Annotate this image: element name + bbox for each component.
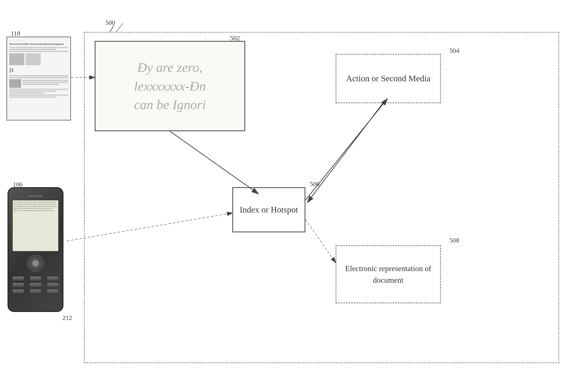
ref-500: 500: [105, 19, 115, 26]
ref-508: 508: [450, 237, 459, 244]
content-box-502: Ðy are zero,lexxxxxxx-Ðncan be Ignori: [95, 41, 245, 131]
action-text: Action or Second Media: [346, 72, 430, 85]
phone-btn-3: [47, 276, 59, 281]
ref-502: 502: [230, 34, 240, 42]
phone-btn-5: [30, 283, 41, 287]
phone-btn-2: [30, 276, 41, 281]
doc-title: Toward Zero-Effort Personal Document Man…: [9, 42, 68, 45]
ref-212: 212: [62, 314, 72, 321]
action-box-504: Action or Second Media: [336, 54, 441, 103]
ref-106: 106: [13, 181, 23, 188]
phone-btn-9: [47, 289, 59, 294]
phone-nav-inner: [32, 260, 39, 267]
phone-screen-text: And because very well 100% the Day, a pr…: [13, 200, 58, 212]
ref-118: 118: [11, 30, 20, 37]
index-text: Index or Hotspot: [240, 204, 298, 216]
phone-btn-6: [47, 283, 59, 287]
phone-btn-7: [12, 289, 24, 294]
phone-screen: And because very well 100% the Day, a pr…: [12, 200, 59, 251]
content-text: Ðy are zero,lexxxxxxx-Ðncan be Ignori: [134, 58, 206, 114]
phone-btn-4: [12, 283, 24, 287]
phone-btn-8: [30, 289, 41, 294]
phone-btn-1: [12, 276, 24, 281]
ref-506: 506: [310, 180, 319, 188]
phone-image: Sony Ericsson And because very well 100%…: [4, 187, 67, 321]
phone-brand: Sony Ericsson: [29, 194, 42, 197]
electronic-box-508: Electronic representation of document: [336, 245, 441, 303]
phone-nav-button: [27, 255, 44, 272]
phone-keypad: [12, 276, 59, 296]
svg-line-2: [110, 25, 114, 32]
svg-line-9: [116, 23, 123, 32]
ref-504: 504: [450, 47, 459, 54]
electronic-text: Electronic representation of document: [336, 263, 440, 286]
index-hotspot-box: Index or Hotspot: [232, 187, 305, 232]
document-image: — — — — — — — Toward Zero-Effort Persona…: [6, 37, 71, 121]
